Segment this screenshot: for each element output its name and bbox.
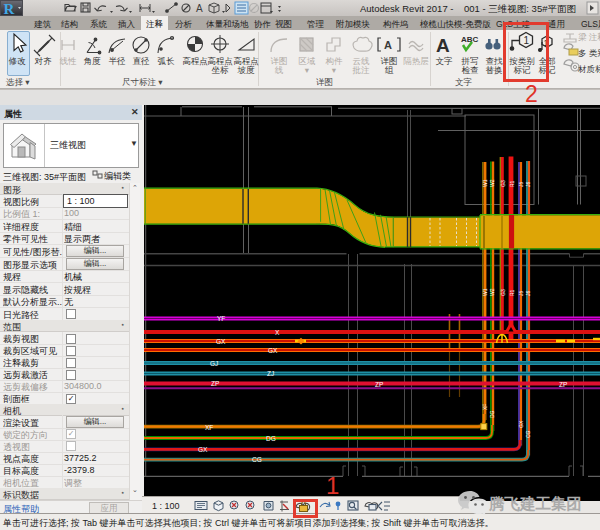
svg-text:R: R	[4, 1, 15, 16]
svg-text:J6: J6	[525, 291, 531, 297]
svg-text:GX: GX	[268, 347, 278, 354]
svg-text:A: A	[436, 35, 450, 56]
svg-text:CG: CG	[525, 430, 531, 438]
svg-text:W2: W2	[489, 288, 495, 296]
svg-text:GX: GX	[198, 446, 208, 453]
svg-text:CG: CG	[252, 456, 262, 463]
svg-text:W1: W1	[482, 179, 488, 187]
svg-text:ZP: ZP	[375, 381, 383, 388]
svg-text:W2: W2	[489, 179, 495, 187]
svg-text:X: X	[275, 329, 280, 336]
svg-text:J6: J6	[525, 182, 531, 188]
svg-text:GJ: GJ	[210, 360, 218, 367]
svg-text:R1: R1	[509, 180, 515, 187]
svg-text:A: A	[384, 39, 392, 51]
svg-text:ABC: ABC	[461, 35, 479, 44]
svg-text:GX: GX	[216, 338, 226, 345]
svg-text:ZP: ZP	[559, 381, 567, 388]
svg-text:DG: DG	[266, 435, 276, 442]
svg-text:A: A	[196, 3, 203, 14]
svg-text:G3: G3	[500, 180, 506, 187]
svg-text:J5: J5	[518, 182, 524, 188]
svg-text:GX: GX	[518, 420, 524, 428]
svg-text:R1: R1	[509, 289, 515, 296]
svg-text:腾飞建工集团: 腾飞建工集团	[488, 495, 582, 512]
svg-text:J5: J5	[518, 291, 524, 297]
svg-text:Autodesk Revit 2017 - 001 -: Autodesk Revit 2017 - 001 - 三维视图: 35#平面图	[360, 3, 576, 14]
svg-text:YF: YF	[217, 315, 225, 322]
svg-text:XF: XF	[205, 424, 213, 431]
svg-text:G3: G3	[500, 289, 506, 296]
svg-text:XF: XF	[482, 404, 488, 410]
svg-text:ZP: ZP	[211, 380, 219, 387]
svg-text:W1: W1	[482, 288, 488, 296]
svg-text:DG: DG	[489, 410, 495, 418]
svg-text:ZJ: ZJ	[267, 370, 274, 377]
